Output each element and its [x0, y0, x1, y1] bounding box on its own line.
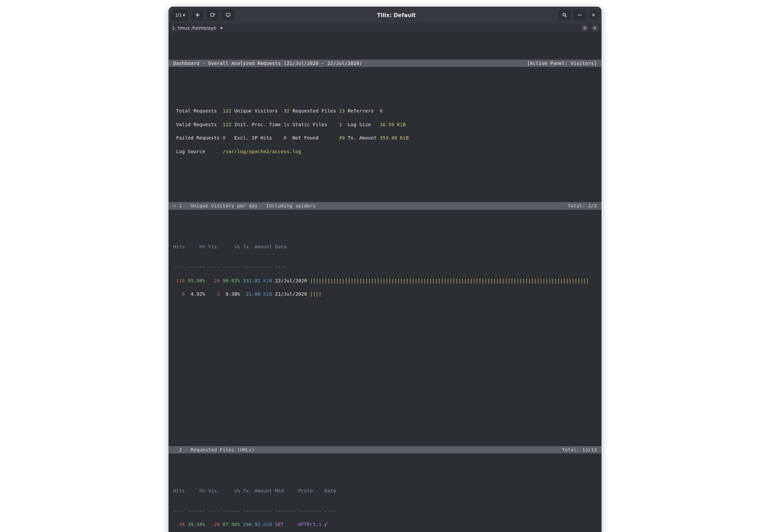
tab-bar: 1: tmux /home/ayo ▾	[168, 23, 602, 33]
stats-line-4: Log Source /var/log/apache2/access.log	[168, 148, 602, 155]
panel-1-title: > 1 - Unique visitors per day - Includin…	[173, 202, 316, 209]
close-icon	[593, 26, 597, 30]
titlebar: 1/1 ▾ Tilix: Default	[168, 7, 602, 23]
table-row: 6 4.92% 3 9.38% 21.68 KiB 21/Jul/2020 ||…	[168, 291, 602, 297]
table-row: 48 39.34% 28 87.50% 296.92 KiB GET HTTP/…	[168, 521, 602, 528]
sync-input-button[interactable]	[222, 9, 234, 21]
active-panel: [Active Panel: Visitors]	[527, 60, 597, 67]
dashboard-header: Dashboard - Overall Analyzed Requests (2…	[168, 60, 602, 67]
new-terminal-button[interactable]	[206, 9, 219, 21]
close-icon	[592, 13, 596, 17]
dots-icon	[577, 12, 583, 18]
window-title: Tilix: Default	[237, 12, 556, 18]
session-dropdown[interactable]: 1/1 ▾	[172, 9, 188, 21]
svg-point-4	[580, 15, 581, 16]
table-row: 116 95.08% 29 90.62% 331.81 KiB 22/Jul/2…	[168, 277, 602, 284]
plus-icon	[195, 12, 200, 18]
panel-1-header[interactable]: > 1 - Unique visitors per day - Includin…	[168, 202, 602, 209]
tab-notify-icon[interactable]	[582, 25, 588, 31]
app-window: 1/1 ▾ Tilix: Default 1	[168, 7, 602, 532]
stats-line-2: Valid Requests 122 Init. Proc. Time 1s S…	[168, 121, 602, 128]
svg-point-5	[581, 15, 582, 16]
tab[interactable]: 1: tmux /home/ayo ▾	[172, 25, 222, 31]
dashboard-title: Dashboard - Overall Analyzed Requests (2…	[173, 60, 362, 67]
close-button[interactable]	[589, 10, 598, 20]
svg-point-3	[578, 15, 579, 16]
monitor-icon	[225, 12, 231, 18]
svg-rect-1	[226, 13, 230, 16]
stats-line-1: Total Requests 122 Unique Visitors 32 Re…	[168, 108, 602, 114]
panel-2-columns: Hits h% Vis. v% Tx. Amount Mtd Proto Dat…	[168, 487, 602, 494]
terminal-plus-icon	[210, 12, 215, 18]
menu-button[interactable]	[574, 9, 586, 21]
panel-1-rules: ---- ------ ---- ------ ---------- ----	[168, 264, 602, 270]
panel-2-header[interactable]: 2 - Requested Files (URLs) Total: 13/13	[168, 446, 602, 453]
search-icon	[562, 12, 567, 18]
terminal-output[interactable]: Dashboard - Overall Analyzed Requests (2…	[168, 33, 602, 532]
panel-1-total: Total: 2/2	[568, 202, 597, 209]
svg-point-6	[584, 27, 586, 29]
panel-2-rules: ---- ------ ---- ------ ---------- -----…	[168, 508, 602, 514]
stats-line-3: Failed Requests 0 Excl. IP Hits 0 Not Fo…	[168, 134, 602, 141]
panel-2-title: 2 - Requested Files (URLs)	[173, 446, 254, 453]
tab-close-button[interactable]	[592, 25, 598, 31]
svg-point-2	[563, 13, 566, 16]
new-tab-button[interactable]	[191, 9, 204, 21]
panel-1-columns: Hits h% Vis. v% Tx. Amount Data	[168, 243, 602, 250]
svg-rect-0	[211, 13, 214, 16]
tab-label: 1: tmux /home/ayo	[172, 25, 216, 31]
chevron-down-icon[interactable]: ▾	[220, 25, 222, 31]
panel-2-total: Total: 13/13	[562, 446, 597, 453]
search-button[interactable]	[558, 9, 571, 21]
